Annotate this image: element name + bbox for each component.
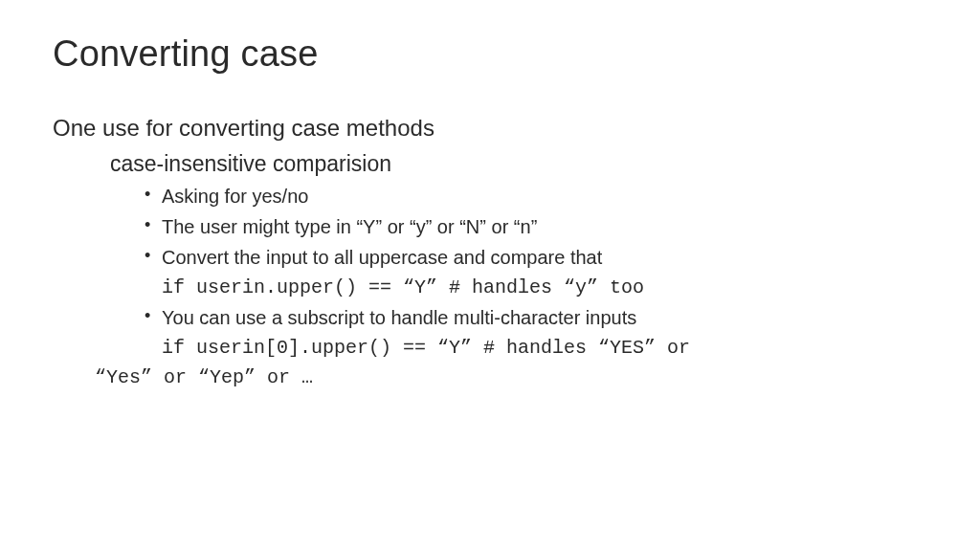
intro-text: One use for converting case methods <box>53 115 927 142</box>
subheading: case-insensitive comparision <box>110 151 927 177</box>
code-snippet-continuation: “Yes” or “Yep” or … <box>95 364 927 390</box>
bullet-item: The user might type in “Y” or “y” or “N”… <box>145 213 927 240</box>
code-snippet: if userin[0].upper() == “Y” # handles “Y… <box>53 335 927 361</box>
bullet-item: Asking for yes/no <box>145 183 927 209</box>
bullet-list: You can use a subscript to handle multi-… <box>145 304 927 331</box>
bullet-list: Asking for yes/no The user might type in… <box>145 183 927 271</box>
slide-title: Converting case <box>53 33 927 75</box>
bullet-item: Convert the input to all uppercase and c… <box>145 244 927 271</box>
code-snippet: if userin.upper() == “Y” # handles “y” t… <box>162 275 927 300</box>
bullet-item: You can use a subscript to handle multi-… <box>145 304 927 331</box>
